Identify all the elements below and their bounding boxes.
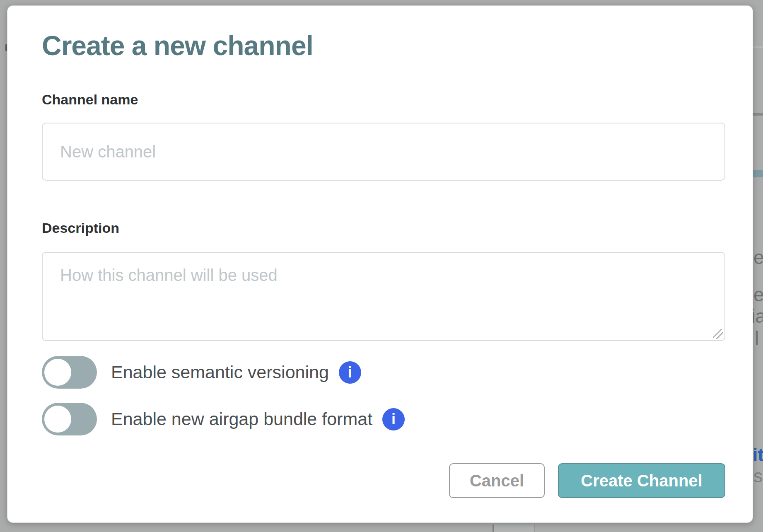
channel-name-input[interactable] <box>42 123 725 181</box>
background-link-fragment: it <box>753 446 763 464</box>
description-label: Description <box>42 220 725 236</box>
background-text-fragment: e <box>753 248 763 267</box>
background-text-fragment: e <box>753 285 763 304</box>
background-text-fragment: s <box>753 467 763 485</box>
toggle-knob <box>44 406 71 433</box>
airgap-bundle-row: Enable new airgap bundle format i <box>42 403 725 435</box>
toggle-knob <box>44 359 71 386</box>
semantic-versioning-toggle[interactable] <box>42 356 97 389</box>
info-icon[interactable]: i <box>339 361 361 384</box>
modal-footer: Cancel Create Channel <box>42 463 725 498</box>
textarea-resize-handle[interactable] <box>713 329 723 339</box>
create-channel-modal: Create a new channel Channel name Descri… <box>7 5 753 523</box>
background-text-fragment: l <box>755 329 759 348</box>
create-channel-button[interactable]: Create Channel <box>558 463 725 498</box>
modal-title: Create a new channel <box>42 29 725 62</box>
info-icon[interactable]: i <box>382 408 405 430</box>
background-table-border <box>534 525 535 532</box>
background-table-cell <box>494 525 534 532</box>
description-textarea[interactable] <box>42 252 725 341</box>
airgap-bundle-toggle[interactable] <box>42 403 97 435</box>
semantic-versioning-label: Enable semantic versioning <box>111 363 329 381</box>
channel-name-label: Channel name <box>42 91 725 108</box>
airgap-bundle-label: Enable new airgap bundle format <box>111 410 372 428</box>
dimmed-page-backdrop: e e ia l it s Create a new channel Chann… <box>0 0 763 532</box>
description-field-wrap <box>42 252 725 341</box>
cancel-button[interactable]: Cancel <box>449 463 545 498</box>
semantic-versioning-row: Enable semantic versioning i <box>42 356 725 389</box>
